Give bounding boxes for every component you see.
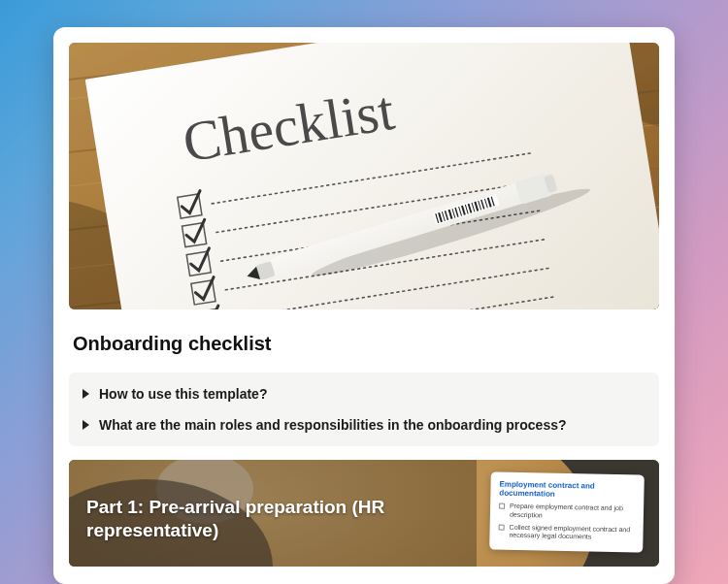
inset-item: Collect signed employment contract and n… <box>498 523 634 542</box>
inset-heading: Employment contract and documentation <box>499 480 635 501</box>
checkbox-icon <box>499 524 505 530</box>
cover-image: Checklist <box>69 43 659 309</box>
toggle-roles-responsibilities[interactable]: What are the main roles and responsibili… <box>73 409 655 440</box>
chevron-right-icon <box>83 389 89 399</box>
chevron-right-icon <box>83 420 89 430</box>
part1-banner[interactable]: Part 1: Pre-arrival preparation (HR repr… <box>69 460 659 567</box>
inset-item: Prepare employment contract and job desc… <box>499 503 635 522</box>
toggle-group: How to use this template? What are the m… <box>69 373 659 446</box>
inset-item-text: Prepare employment contract and job desc… <box>510 503 635 522</box>
toggle-label: How to use this template? <box>99 385 267 403</box>
inset-item-text: Collect signed employment contract and n… <box>509 524 634 543</box>
inset-card: Employment contract and documentation Pr… <box>489 472 645 553</box>
part1-heading: Part 1: Pre-arrival preparation (HR repr… <box>86 496 446 542</box>
checkbox-icon <box>499 503 505 509</box>
document-card: Checklist <box>53 27 675 584</box>
toggle-how-to-use[interactable]: How to use this template? <box>73 378 655 409</box>
page-title: Onboarding checklist <box>73 333 659 355</box>
toggle-label: What are the main roles and responsibili… <box>99 416 567 434</box>
